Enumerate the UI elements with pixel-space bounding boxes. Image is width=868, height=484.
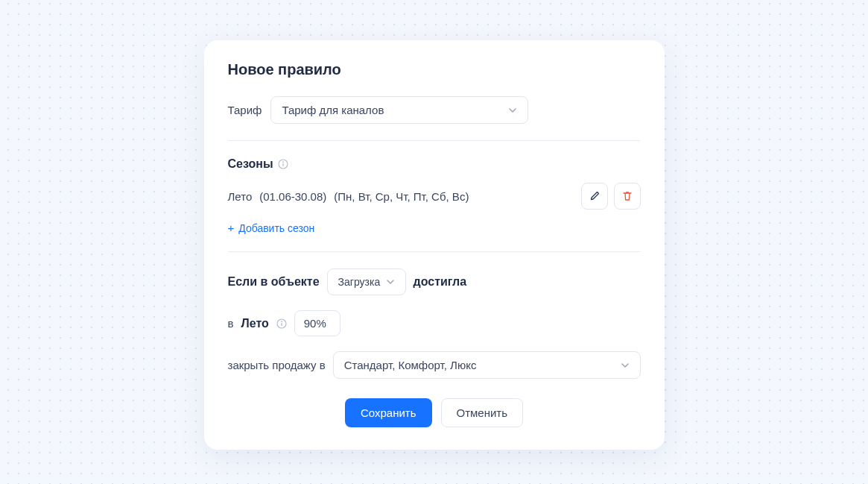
add-season-label: Добавить сезон (238, 222, 314, 234)
svg-rect-5 (281, 323, 282, 326)
tariff-label: Тариф (228, 104, 262, 116)
seasons-title: Сезоны (228, 157, 273, 171)
tariff-select[interactable]: Тариф для каналов (270, 96, 528, 124)
rooms-select[interactable]: Стандарт, Комфорт, Люкс (333, 351, 641, 379)
chevron-down-icon (386, 277, 395, 286)
metric-select[interactable]: Загрузка (327, 268, 406, 295)
plus-icon: + (228, 222, 235, 233)
svg-point-4 (281, 321, 282, 322)
chevron-down-icon (508, 106, 517, 115)
season-actions (581, 183, 641, 210)
delete-season-button[interactable] (614, 183, 641, 210)
threshold-input[interactable] (294, 310, 340, 336)
info-icon[interactable] (276, 318, 287, 329)
rule-form-card: Новое правило Тариф Тариф для каналов Се… (204, 40, 665, 450)
divider (228, 251, 641, 252)
svg-rect-2 (282, 163, 283, 166)
svg-point-1 (282, 161, 284, 163)
in-prefix: в (228, 317, 234, 330)
info-icon[interactable] (278, 159, 288, 169)
add-season-link[interactable]: + Добавить сезон (228, 222, 315, 234)
condition-reached: достигла (414, 275, 467, 289)
pencil-icon (589, 190, 601, 202)
rooms-select-value: Стандарт, Комфорт, Люкс (344, 359, 477, 371)
edit-season-button[interactable] (581, 183, 608, 210)
condition-row-2: в Лето (228, 310, 641, 336)
tariff-select-value: Тариф для каналов (282, 104, 384, 116)
season-dates: (01.06-30.08) (259, 190, 326, 203)
card-title: Новое правило (228, 61, 641, 78)
season-days: (Пн, Вт, Ср, Чт, Пт, Сб, Вс) (334, 190, 469, 203)
seasons-title-row: Сезоны (228, 157, 641, 171)
divider (228, 140, 641, 141)
form-actions: Сохранить Отменить (228, 398, 641, 427)
cancel-button[interactable]: Отменить (441, 398, 524, 427)
season-info: Лето (01.06-30.08) (Пн, Вт, Ср, Чт, Пт, … (228, 190, 469, 203)
trash-icon (621, 190, 633, 202)
season-row: Лето (01.06-30.08) (Пн, Вт, Ср, Чт, Пт, … (228, 183, 641, 210)
save-button[interactable]: Сохранить (345, 398, 432, 427)
tariff-row: Тариф Тариф для каналов (228, 96, 641, 124)
condition-row-3: закрыть продажу в Стандарт, Комфорт, Люк… (228, 351, 641, 379)
metric-select-value: Загрузка (338, 276, 381, 288)
chevron-down-icon (621, 361, 630, 370)
condition-row-1: Если в объекте Загрузка достигла (228, 268, 641, 295)
condition-season-name: Лето (241, 317, 268, 330)
close-prefix: закрыть продажу в (228, 359, 326, 371)
condition-prefix: Если в объекте (228, 275, 320, 289)
season-name: Лето (228, 190, 253, 203)
